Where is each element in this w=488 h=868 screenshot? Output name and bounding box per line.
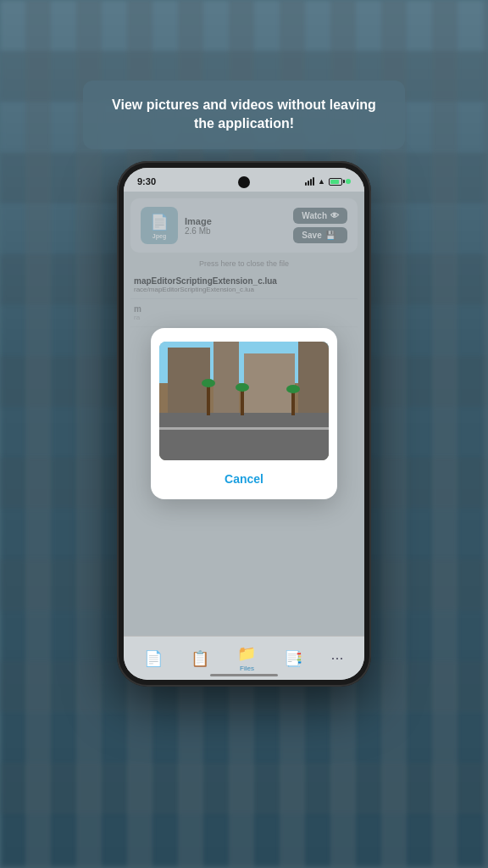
status-time: 9:30 xyxy=(137,176,156,186)
battery-icon xyxy=(329,178,342,186)
camera-notch xyxy=(238,176,250,188)
palm-2 xyxy=(241,390,244,415)
building-3 xyxy=(244,353,295,413)
modal-overlay[interactable]: Cancel xyxy=(124,192,364,636)
nav-item-4[interactable]: 📑 xyxy=(284,649,302,668)
phone-shell: 9:30 ▲ 📄 xyxy=(117,161,371,687)
building-2 xyxy=(214,342,239,413)
road-line xyxy=(159,427,329,430)
nav-icon-2: 📋 xyxy=(191,649,209,668)
nav-more-icon: ··· xyxy=(330,649,343,667)
city-scene xyxy=(159,342,329,460)
nav-icon-1: 📄 xyxy=(144,649,163,668)
modal-image-preview xyxy=(159,342,329,460)
tooltip-banner: View pictures and videos without leaving… xyxy=(83,81,405,149)
phone-screen: 9:30 ▲ 📄 xyxy=(124,168,364,680)
nav-icon-4: 📑 xyxy=(284,649,302,668)
cancel-button[interactable]: Cancel xyxy=(225,472,263,486)
building-4 xyxy=(298,342,329,413)
nav-item-files[interactable]: 📁 Files xyxy=(237,644,256,672)
nav-item-1[interactable]: 📄 xyxy=(144,649,163,668)
palm-top-2 xyxy=(236,383,249,392)
nav-label-files: Files xyxy=(240,665,254,672)
nav-icon-files: 📁 xyxy=(237,644,256,663)
palm-1 xyxy=(207,386,210,415)
charging-dot xyxy=(346,179,351,184)
signal-icon xyxy=(305,177,314,186)
palm-top-1 xyxy=(202,379,215,387)
nav-item-2[interactable]: 📋 xyxy=(191,649,209,668)
wifi-icon: ▲ xyxy=(318,177,325,186)
nav-item-more[interactable]: ··· xyxy=(330,649,343,667)
palm-top-3 xyxy=(286,385,300,393)
status-icons: ▲ xyxy=(305,177,351,186)
modal-card: Cancel xyxy=(151,328,337,499)
home-indicator xyxy=(210,674,278,676)
palm-3 xyxy=(291,392,295,415)
app-content: 📄 Jpeg Image 2.6 Mb Watch 👁 Save xyxy=(124,192,364,636)
tooltip-text: View pictures and videos without leaving… xyxy=(112,97,376,131)
road xyxy=(159,413,329,460)
